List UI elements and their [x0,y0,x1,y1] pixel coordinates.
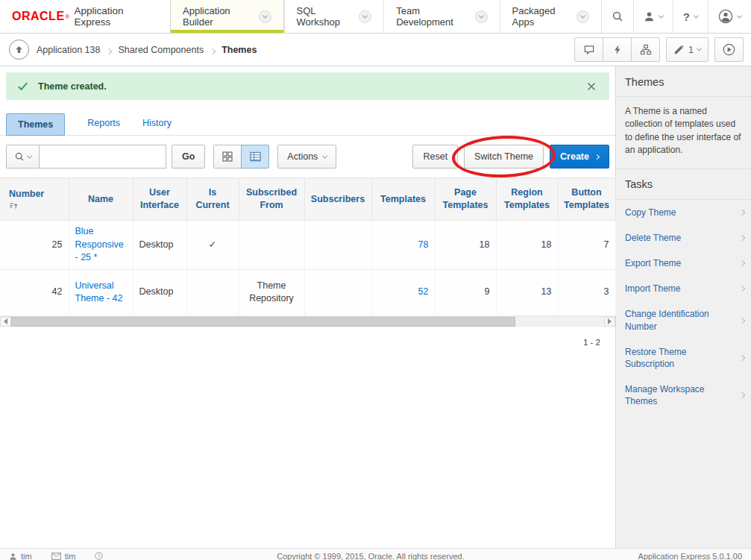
check-icon [16,80,29,92]
search-input[interactable] [40,145,166,169]
horizontal-scrollbar[interactable] [0,316,615,327]
shared-components-button[interactable] [631,37,660,62]
icon-view-button[interactable] [213,145,242,169]
grid-view-icon [222,151,233,162]
task-export-theme[interactable]: Export Theme [616,251,751,276]
column-header-templates[interactable]: Templates [371,178,435,221]
success-message-text: Theme created. [38,81,107,92]
admin-menu-button[interactable] [633,0,673,33]
edit-page-button[interactable]: 1 [666,37,708,62]
tab-themes[interactable]: Themes [6,113,65,136]
actions-menu-button[interactable]: Actions [277,145,336,169]
oracle-logo: ORACLE ® Application Express [0,0,170,33]
tab-packaged-apps[interactable]: Packaged Apps [500,0,601,33]
tab-label: Team Development [396,5,468,28]
user-icon [9,553,17,560]
footer-session-timer[interactable] [95,552,103,560]
theme-name-link[interactable]: Universal Theme - 42 [75,280,123,304]
go-button[interactable]: Go [172,145,205,169]
task-restore-theme-subscription[interactable]: Restore Theme Subscription [616,339,751,377]
right-sidebar: Themes A Theme is a named collection of … [615,66,751,548]
tab-sql-workshop[interactable]: SQL Workshop [284,0,384,33]
shortcuts-button[interactable] [603,37,632,62]
reset-button[interactable]: Reset [412,145,458,169]
cell-subscribers [304,269,371,315]
up-level-button[interactable] [9,40,29,60]
switch-theme-button[interactable]: Switch Theme [464,145,544,169]
pagination-label: 1 - 2 [0,327,615,347]
search-button[interactable] [601,0,633,33]
column-header-is-current[interactable]: Is Current [186,178,239,221]
table-row: 25 Blue Responsive - 25 * Desktop ✓ 78 1… [0,221,615,270]
cell-subscribed-from [239,221,304,270]
column-header-button-templates[interactable]: Button Templates [558,178,615,221]
account-menu-button[interactable] [708,0,751,33]
column-header-name[interactable]: Name [69,178,133,221]
scroll-left-button[interactable] [0,317,11,327]
task-delete-theme[interactable]: Delete Theme [616,225,751,251]
content-area: Theme created. Themes Reports History Go [0,66,751,548]
search-column-select[interactable] [6,145,40,169]
admin-user-icon [644,11,655,22]
cell-templates: 78 [371,221,435,270]
cell-button-templates: 3 [558,269,615,315]
table-header-row: Number Name User Interface Is Current Su… [0,178,615,221]
footer-mail[interactable]: tim [51,552,76,560]
themes-report-table: Number Name User Interface Is Current Su… [0,177,616,316]
oracle-brand: ORACLE [12,10,65,23]
templates-count-link[interactable]: 78 [418,239,429,250]
tab-team-development[interactable]: Team Development [383,0,499,33]
run-application-button[interactable] [714,37,744,62]
clock-icon [95,552,103,560]
close-message-button[interactable] [584,79,599,94]
theme-name-link[interactable]: Blue Responsive - 25 * [75,226,124,262]
chevron-down-icon[interactable] [475,10,488,23]
breadcrumb-application[interactable]: Application 138 [37,45,100,55]
breadcrumb-shared-components[interactable]: Shared Components [118,45,204,55]
cell-region-templates: 13 [496,269,558,315]
column-header-subscribers[interactable]: Subscribers [304,178,371,221]
search-icon [612,10,623,22]
create-button[interactable]: Create [550,145,609,169]
column-header-subscribed-from[interactable]: Subscribed From [239,178,304,221]
registered-mark: ® [66,13,70,20]
breadcrumb-separator [210,43,215,57]
chevron-down-icon[interactable] [359,10,371,23]
chevron-down-icon[interactable] [259,10,271,23]
help-menu-button[interactable]: ? [673,0,708,33]
column-header-number[interactable]: Number [0,178,69,221]
templates-count-link[interactable]: 52 [418,286,429,297]
feedback-button[interactable] [574,37,603,62]
play-icon [723,43,735,56]
footer-user[interactable]: tim [9,552,32,560]
scroll-right-button[interactable] [604,317,615,327]
report-view-button[interactable] [241,145,269,169]
cell-user-interface: Desktop [133,221,186,270]
tasks-title: Tasks [616,169,751,200]
help-icon: ? [683,10,690,23]
tab-reports[interactable]: Reports [87,118,120,128]
chevron-right-icon [739,355,745,361]
task-copy-theme[interactable]: Copy Theme [616,200,751,225]
column-header-page-templates[interactable]: Page Templates [435,178,496,221]
scrollbar-thumb[interactable] [11,317,515,327]
tab-history[interactable]: History [142,118,172,128]
task-change-identification-number[interactable]: Change Identification Number [616,301,751,339]
chevron-down-icon[interactable] [576,10,589,23]
task-import-theme[interactable]: Import Theme [616,276,751,301]
report-toolbar: Go Actions Reset Switch Theme [0,136,615,176]
chevron-right-icon [739,392,745,398]
chevron-right-icon [739,286,745,292]
column-header-user-interface[interactable]: User Interface [133,178,186,221]
task-manage-workspace-themes[interactable]: Manage Workspace Themes [616,377,751,414]
view-toggle-group [213,145,269,169]
tab-application-builder[interactable]: Application Builder [170,0,284,33]
column-header-region-templates[interactable]: Region Templates [496,178,558,221]
report-view-icon [250,151,261,162]
table-row: 42 Universal Theme - 42 Desktop Theme Re… [0,269,615,315]
scrollbar-track[interactable] [515,317,604,327]
breadcrumb-current: Themes [221,45,257,55]
chevron-right-icon [739,235,745,241]
chevron-right-icon [739,317,745,323]
chevron-right-icon [739,209,745,215]
